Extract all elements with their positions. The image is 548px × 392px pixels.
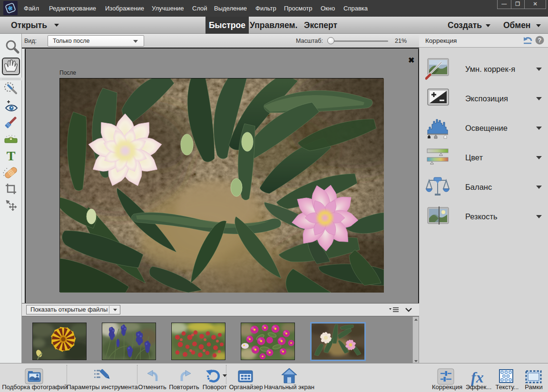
svg-text:T: T xyxy=(7,148,16,163)
svg-text:?: ? xyxy=(538,37,542,44)
svg-text:fx: fx xyxy=(471,369,484,386)
